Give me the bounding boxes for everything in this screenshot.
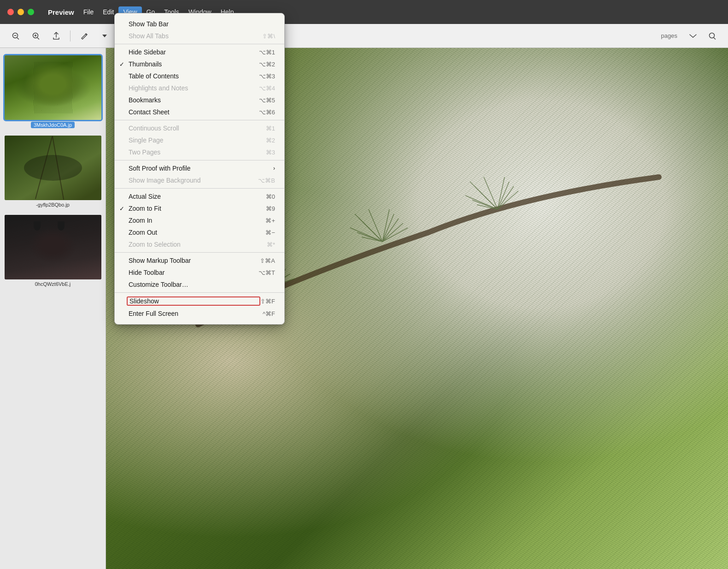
menu-item-soft-proof[interactable]: Soft Proof with Profile › <box>115 162 284 174</box>
toolbar-separator-1 <box>70 30 70 41</box>
pages-label: pages <box>661 32 677 39</box>
zoom-in-button[interactable] <box>28 28 44 44</box>
slideshow-label: Slideshow <box>127 296 260 306</box>
menu-item-show-markup[interactable]: Show Markup Toolbar ⇧⌘A <box>115 255 284 267</box>
maximize-button[interactable] <box>28 9 34 15</box>
thumbnail-2-label: -gyflp2BQbo.jp <box>36 202 70 207</box>
search-button[interactable] <box>704 28 721 44</box>
thumbnail-2 <box>5 136 101 200</box>
svg-point-10 <box>710 33 715 38</box>
annotate-dropdown-button[interactable] <box>96 28 113 44</box>
menu-item-customize-toolbar[interactable]: Customize Toolbar… <box>115 279 284 290</box>
main-layout: 3MskhJdoC0A.jp -gyflp2BQbo.jp <box>0 48 728 569</box>
svg-line-11 <box>714 38 716 39</box>
menu-item-zoom-out[interactable]: Zoom Out ⌘− <box>115 226 284 238</box>
menu-section-toolbar: Show Markup Toolbar ⇧⌘A Hide Toolbar ⌥⌘T… <box>115 253 284 293</box>
menu-section-zoom: Actual Size ⌘0 ✓ Zoom to Fit ⌘9 Zoom In … <box>115 189 284 253</box>
menu-section-proof: Soft Proof with Profile › Show Image Bac… <box>115 160 284 189</box>
menu-item-actual-size[interactable]: Actual Size ⌘0 <box>115 190 284 202</box>
share-button[interactable] <box>48 28 65 44</box>
menu-item-thumbnails[interactable]: ✓ Thumbnails ⌥⌘2 <box>115 58 284 70</box>
minimize-button[interactable] <box>18 9 24 15</box>
sidebar-item-3[interactable]: 0hcQWzt6VbE.j <box>0 211 106 290</box>
traffic-lights <box>7 9 34 15</box>
menu-item-show-image-bg[interactable]: Show Image Background ⌥⌘B <box>115 174 284 186</box>
submenu-arrow: › <box>273 165 275 172</box>
title-bar: Preview File Edit View Go Tools Window H… <box>0 0 728 24</box>
menu-item-enter-full-screen[interactable]: Enter Full Screen ^⌘F <box>115 308 284 320</box>
menu-item-highlights-notes[interactable]: Highlights and Notes ⌥⌘4 <box>115 82 284 94</box>
svg-line-35 <box>357 232 382 242</box>
toolbar-right <box>685 28 721 44</box>
menu-item-bookmarks[interactable]: Bookmarks ⌥⌘5 <box>115 94 284 106</box>
menu-item-zoom-to-fit[interactable]: ✓ Zoom to Fit ⌘9 <box>115 202 284 214</box>
svg-line-44 <box>479 191 498 209</box>
menu-item-file[interactable]: File <box>79 6 99 18</box>
svg-line-6 <box>38 38 39 39</box>
menu-section-display: Slideshow ⇧⌘F Enter Full Screen ^⌘F <box>115 293 284 321</box>
sidebar-item-1[interactable]: 3MskhJdoC0A.jp <box>0 52 106 132</box>
menu-item-hide-sidebar[interactable]: Hide Sidebar ⌥⌘1 <box>115 46 284 58</box>
menu-section-scroll: Continuous Scroll ⌘1 Single Page ⌘2 Two … <box>115 120 284 160</box>
menu-item-hide-toolbar[interactable]: Hide Toolbar ⌥⌘T <box>115 267 284 279</box>
thumbnail-1-label: 3MskhJdoC0A.jp <box>31 122 75 128</box>
menu-item-preview[interactable]: Preview <box>43 6 79 18</box>
menu-item-slideshow[interactable]: Slideshow ⇧⌘F <box>115 295 284 308</box>
menu-item-two-pages[interactable]: Two Pages ⌘3 <box>115 146 284 158</box>
view-dropdown-menu: Show Tab Bar Show All Tabs ⇧⌘\ Hide Side… <box>114 13 285 325</box>
zoom-to-fit-checkmark: ✓ <box>119 205 124 212</box>
menu-item-contact-sheet[interactable]: Contact Sheet ⌥⌘6 <box>115 106 284 118</box>
sidebar: 3MskhJdoC0A.jp -gyflp2BQbo.jp <box>0 48 106 569</box>
menu-item-single-page[interactable]: Single Page ⌘2 <box>115 134 284 146</box>
sidebar-item-2[interactable]: -gyflp2BQbo.jp <box>0 132 106 211</box>
thumbnail-3 <box>5 215 101 279</box>
close-button[interactable] <box>7 9 14 15</box>
svg-line-32 <box>364 223 382 242</box>
menu-item-show-tab-bar[interactable]: Show Tab Bar <box>115 18 284 30</box>
menu-item-show-all-tabs[interactable]: Show All Tabs ⇧⌘\ <box>115 30 284 42</box>
zoom-out-button[interactable] <box>7 28 24 44</box>
menu-section-sidebar: Hide Sidebar ⌥⌘1 ✓ Thumbnails ⌥⌘2 Table … <box>115 44 284 120</box>
toolbar: pages <box>0 24 728 48</box>
menu-item-zoom-in[interactable]: Zoom In ⌘+ <box>115 214 284 226</box>
thumbnail-1 <box>5 55 101 120</box>
menu-item-zoom-to-selection[interactable]: Zoom to Selection ⌘* <box>115 238 284 250</box>
svg-line-47 <box>472 200 498 209</box>
annotate-button[interactable] <box>76 28 93 44</box>
menu-item-table-of-contents[interactable]: Table of Contents ⌥⌘3 <box>115 70 284 82</box>
menu-section-tabs: Show Tab Bar Show All Tabs ⇧⌘\ <box>115 16 284 44</box>
svg-line-2 <box>18 38 19 39</box>
thumbnails-checkmark: ✓ <box>119 61 124 68</box>
thumbnail-3-label: 0hcQWzt6VbE.j <box>35 281 71 287</box>
menu-item-continuous-scroll[interactable]: Continuous Scroll ⌘1 <box>115 122 284 134</box>
more-button[interactable] <box>685 28 701 44</box>
